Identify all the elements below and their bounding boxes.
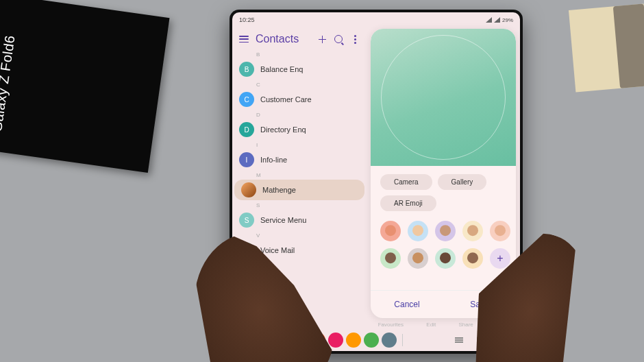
section-letter: S (232, 200, 367, 210)
contact-row[interactable]: IInfo-line (232, 149, 367, 170)
contact-name: Directory Enq (260, 125, 306, 134)
contact-row[interactable]: SService Menu (232, 210, 367, 230)
contact-name: Balance Enq (260, 65, 303, 73)
contact-row[interactable]: Mathenge (234, 180, 364, 200)
menu-icon[interactable] (239, 36, 249, 43)
add-contact-button[interactable] (317, 34, 327, 44)
battery-percent: 29% (502, 17, 513, 23)
preset-avatar[interactable] (435, 221, 456, 241)
contact-name: Info-line (260, 156, 287, 164)
background-hinge (569, 3, 644, 92)
section-letter: C (232, 80, 367, 89)
contact-avatar-photo (241, 182, 256, 197)
signal-icon (494, 17, 500, 23)
taskbar-app-utility[interactable] (328, 333, 343, 348)
preset-avatar[interactable] (462, 221, 483, 241)
contact-row[interactable]: DDirectory Enq (232, 119, 367, 140)
contact-row[interactable]: CCustomer Care (232, 89, 367, 110)
photo-picker-modal: Camera Gallery AR Emoji + Cancel Save (371, 29, 516, 318)
contacts-title: Contacts (256, 33, 310, 45)
preset-avatar[interactable] (380, 221, 401, 241)
taskbar-app-settings[interactable] (382, 333, 397, 348)
contact-avatar-initial: D (239, 122, 254, 137)
photo-preview[interactable] (371, 29, 516, 166)
preset-avatar[interactable] (462, 248, 483, 269)
contact-name: Voice Mail (260, 246, 295, 254)
signal-icon (486, 17, 492, 23)
preset-avatar[interactable] (380, 248, 401, 269)
photo-crop-circle (381, 35, 506, 160)
more-options-button[interactable] (350, 34, 360, 44)
search-button[interactable] (334, 34, 343, 44)
add-avatar-button[interactable]: + (490, 248, 510, 269)
contact-name: Customer Care (260, 95, 312, 104)
ar-emoji-button[interactable]: AR Emoji (380, 195, 436, 211)
section-letter: M (232, 170, 367, 180)
product-box: Galaxy Z Fold6 (0, 0, 169, 173)
nav-recents-button[interactable] (455, 339, 463, 341)
product-box-label: Galaxy Z Fold6 (0, 34, 18, 133)
taskbar-app-contacts[interactable] (346, 333, 361, 348)
contact-avatar-initial: C (239, 92, 254, 107)
contact-row[interactable]: BBalance Enq (232, 59, 367, 80)
contact-name: Service Menu (260, 216, 306, 224)
preset-avatar[interactable] (490, 221, 510, 241)
preset-avatar[interactable] (408, 221, 428, 241)
section-letter: B (232, 49, 367, 59)
cancel-button[interactable]: Cancel (371, 291, 443, 318)
contact-name: Mathenge (262, 186, 296, 194)
status-bar: 10:25 29% (232, 12, 520, 26)
section-letter: D (232, 110, 367, 119)
section-letter: V (232, 230, 367, 240)
contact-avatar-initial: I (239, 152, 254, 167)
preset-avatar[interactable] (435, 248, 456, 269)
taskbar-app-whatsapp[interactable] (364, 333, 379, 348)
contact-avatar-initial: B (239, 62, 254, 77)
section-letter: I (232, 140, 367, 149)
preset-avatar[interactable] (408, 248, 428, 269)
camera-button[interactable]: Camera (380, 174, 432, 190)
contact-avatar-initial: S (239, 213, 254, 228)
gallery-button[interactable]: Gallery (438, 174, 487, 190)
status-time: 10:25 (239, 16, 255, 23)
